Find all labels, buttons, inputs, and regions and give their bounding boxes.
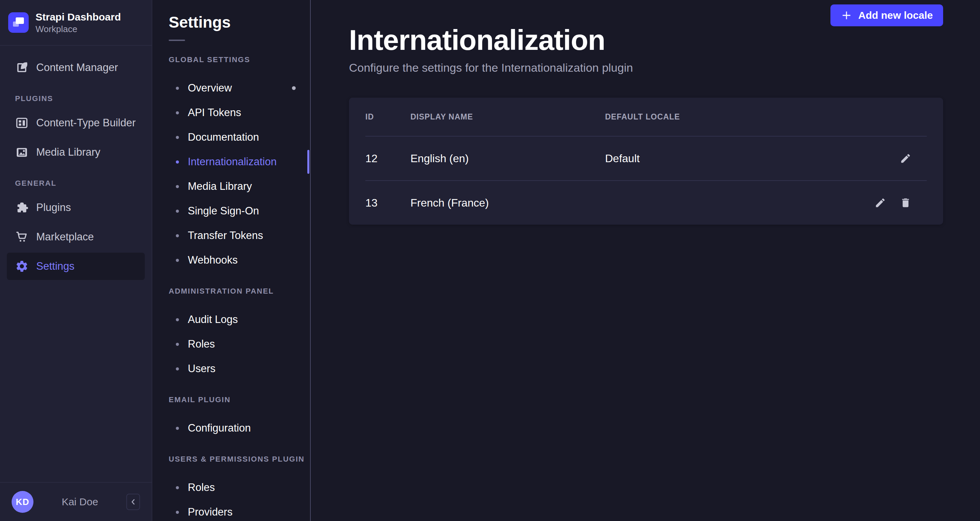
settings-icon bbox=[15, 259, 29, 273]
delete-icon bbox=[900, 197, 912, 209]
locales-table-card: IDDISPLAY NAMEDEFAULT LOCALE12English (e… bbox=[349, 98, 943, 225]
edit-icon bbox=[900, 152, 912, 164]
bullet-icon bbox=[176, 486, 179, 489]
sidebar-item-label: Media Library bbox=[36, 146, 100, 159]
sidebar-item-label: Plugins bbox=[36, 202, 71, 214]
row-actions bbox=[845, 195, 927, 210]
edit-icon bbox=[875, 197, 886, 209]
sidebar-footer: KD Kai Doe bbox=[0, 482, 152, 521]
content-type-builder-icon bbox=[15, 116, 29, 130]
divider bbox=[169, 40, 185, 41]
brand-title: Strapi Dashboard bbox=[35, 11, 121, 24]
subnav-item-audit-logs[interactable]: Audit Logs bbox=[152, 307, 310, 332]
bullet-icon bbox=[176, 367, 179, 370]
subnav-item-roles[interactable]: Roles bbox=[152, 332, 310, 356]
bullet-icon bbox=[176, 210, 179, 213]
media-library-icon bbox=[15, 145, 29, 159]
subnav-section-label-email-plugin: EMAIL PLUGIN bbox=[152, 395, 310, 405]
subnav-section-label-administration-panel: ADMINISTRATION PANEL bbox=[152, 286, 310, 296]
bullet-icon bbox=[176, 259, 179, 262]
delete-locale-button[interactable] bbox=[898, 195, 913, 210]
bullet-icon bbox=[176, 234, 179, 237]
subnav-item-api-tokens[interactable]: API Tokens bbox=[152, 100, 310, 125]
sidebar-item-label: Content-Type Builder bbox=[36, 117, 135, 129]
bullet-icon bbox=[176, 87, 179, 90]
workspace-switcher[interactable]: Strapi Dashboard Workplace bbox=[0, 0, 152, 46]
plugins-icon bbox=[15, 201, 29, 214]
table-header-row: IDDISPLAY NAMEDEFAULT LOCALE bbox=[349, 98, 943, 136]
sidebar-item-label: Marketplace bbox=[36, 231, 94, 243]
subnav-item-label: Webhooks bbox=[188, 254, 238, 266]
strapi-logo-icon bbox=[8, 12, 29, 33]
subnav-section-label-global-settings: GLOBAL SETTINGS bbox=[152, 55, 310, 65]
collapse-sidebar-button[interactable] bbox=[126, 494, 140, 510]
bullet-icon bbox=[176, 427, 179, 430]
add-new-locale-button[interactable]: Add new locale bbox=[830, 5, 943, 26]
subnav-item-label: Roles bbox=[188, 481, 215, 494]
bullet-icon bbox=[176, 343, 179, 346]
bullet-icon bbox=[176, 318, 179, 321]
cell-default-locale: Default bbox=[605, 152, 845, 165]
edit-locale-button[interactable] bbox=[898, 151, 913, 166]
column-header-display-name: DISPLAY NAME bbox=[410, 112, 605, 122]
page-subtitle: Configure the settings for the Internati… bbox=[349, 61, 943, 75]
chevron-left-icon bbox=[129, 497, 138, 506]
subnav-item-documentation[interactable]: Documentation bbox=[152, 125, 310, 149]
column-header-id: ID bbox=[365, 112, 410, 122]
subnav-item-providers[interactable]: Providers bbox=[152, 500, 310, 521]
bullet-icon bbox=[176, 160, 179, 164]
avatar[interactable]: KD bbox=[12, 491, 33, 513]
active-indicator bbox=[307, 150, 309, 174]
brand-text: Strapi Dashboard Workplace bbox=[35, 11, 121, 35]
main-content: Internationalization Configure the setti… bbox=[311, 0, 980, 521]
subnav-section-label-users-permissions-plugin: USERS & PERMISSIONS PLUGIN bbox=[152, 454, 310, 464]
sidebar-item-label: Content Manager bbox=[36, 62, 118, 74]
cell-display-name: English (en) bbox=[410, 152, 605, 165]
cell-id: 13 bbox=[365, 197, 410, 209]
column-header-default-locale: DEFAULT LOCALE bbox=[605, 112, 845, 122]
sidebar-item-marketplace[interactable]: Marketplace bbox=[7, 223, 145, 251]
cell-display-name: French (France) bbox=[410, 197, 605, 209]
sidebar-item-content-manager[interactable]: Content Manager bbox=[7, 54, 145, 81]
sidebar-item-settings[interactable]: Settings bbox=[7, 253, 145, 280]
cell-id: 12 bbox=[365, 152, 410, 165]
locale-row-13[interactable]: 13French (France) bbox=[349, 181, 943, 225]
subnav-sections: GLOBAL SETTINGSOverviewAPI TokensDocumen… bbox=[152, 55, 310, 521]
content-manager-icon bbox=[15, 61, 29, 75]
subnav-item-media-library[interactable]: Media Library bbox=[152, 174, 310, 199]
notification-dot-icon bbox=[292, 86, 296, 90]
subnav-item-users[interactable]: Users bbox=[152, 356, 310, 381]
subnav-item-label: Users bbox=[188, 362, 215, 375]
subnav-item-internationalization[interactable]: Internationalization bbox=[152, 149, 310, 174]
sidebar-section-label-general: GENERAL bbox=[15, 178, 145, 189]
subnav-item-label: Providers bbox=[188, 506, 232, 518]
subnav-item-overview[interactable]: Overview bbox=[152, 76, 310, 100]
bullet-icon bbox=[176, 136, 179, 139]
subnav-item-configuration[interactable]: Configuration bbox=[152, 416, 310, 440]
settings-subnav: Settings GLOBAL SETTINGSOverviewAPI Toke… bbox=[152, 0, 311, 521]
subnav-item-label: Media Library bbox=[188, 180, 252, 192]
subnav-item-label: Internationalization bbox=[188, 156, 277, 168]
plus-icon bbox=[841, 10, 852, 21]
subnav-item-webhooks[interactable]: Webhooks bbox=[152, 248, 310, 272]
subnav-item-roles[interactable]: Roles bbox=[152, 475, 310, 500]
sidebar-item-content-type-builder[interactable]: Content-Type Builder bbox=[7, 109, 145, 137]
page-title: Internationalization bbox=[349, 24, 943, 56]
bullet-icon bbox=[176, 511, 179, 514]
edit-locale-button[interactable] bbox=[873, 195, 888, 210]
sidebar-item-plugins[interactable]: Plugins bbox=[7, 194, 145, 221]
locale-row-12[interactable]: 12English (en)Default bbox=[349, 137, 943, 180]
sidebar-item-media-library[interactable]: Media Library bbox=[7, 138, 145, 166]
page-header: Internationalization Configure the setti… bbox=[349, 0, 943, 75]
add-new-locale-label: Add new locale bbox=[858, 10, 933, 21]
subnav-item-label: Single Sign-On bbox=[188, 205, 259, 217]
brand-subtitle: Workplace bbox=[35, 24, 121, 35]
user-name: Kai Doe bbox=[33, 496, 126, 508]
sidebar-nav: Content ManagerPLUGINSContent-Type Build… bbox=[0, 46, 152, 280]
subnav-item-label: Overview bbox=[188, 82, 232, 94]
subnav-item-transfer-tokens[interactable]: Transfer Tokens bbox=[152, 223, 310, 248]
subnav-item-single-sign-on[interactable]: Single Sign-On bbox=[152, 199, 310, 223]
subnav-item-label: Audit Logs bbox=[188, 313, 238, 326]
row-actions bbox=[845, 151, 927, 166]
subnav-item-label: Documentation bbox=[188, 131, 259, 143]
